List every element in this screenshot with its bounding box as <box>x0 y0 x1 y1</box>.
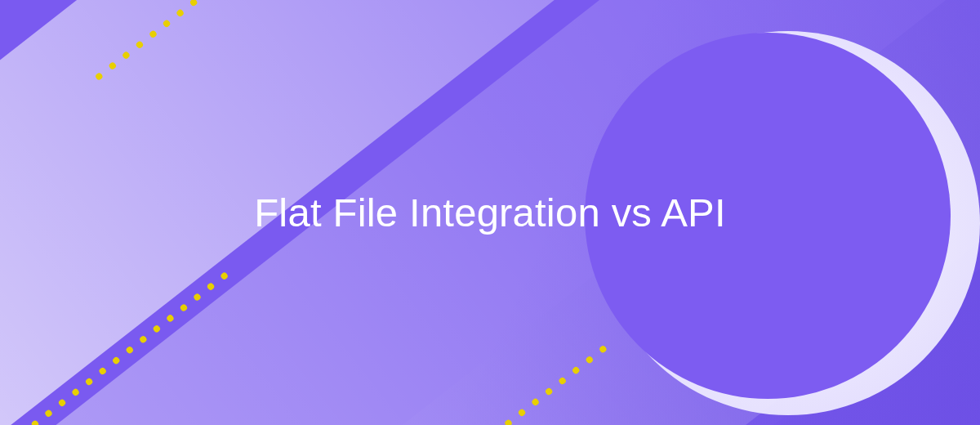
hero-title: Flat File Integration vs API <box>0 0 980 425</box>
hero-banner: Flat File Integration vs API <box>0 0 980 425</box>
